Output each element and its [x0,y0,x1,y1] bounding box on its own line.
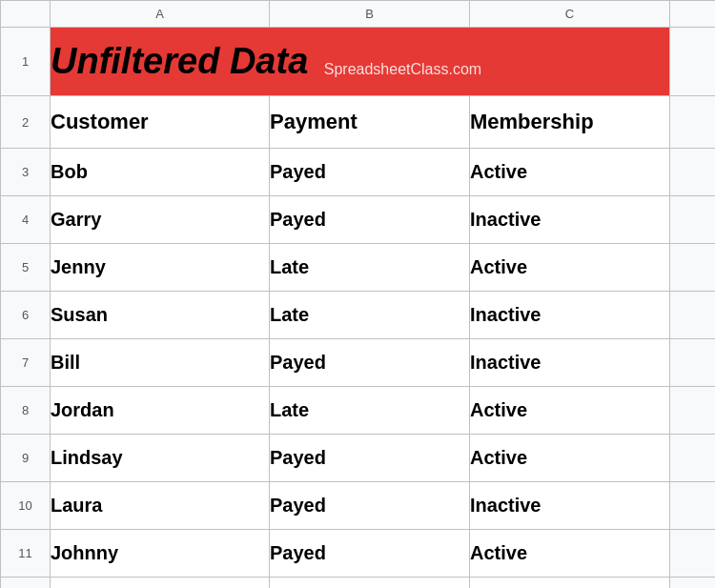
cell-c10: Inactive [470,482,670,530]
row-num-7: 7 [1,339,51,387]
cell-a11: Johnny [51,530,270,578]
cell-b12: Late [270,578,470,589]
row8-overflow [670,387,716,435]
cell-a5: Jenny [51,244,270,292]
row-num-12: 12 [1,578,51,589]
cell-c3: Active [470,149,670,196]
row-num-6: 6 [1,292,51,339]
title-cell: Unfiltered Data SpreadsheetClass.com [51,28,670,96]
cell-a4: Garry [51,196,270,244]
header-customer: Customer [51,96,270,149]
spreadsheet-table: A B C 1 Unfiltered Data SpreadsheetClass… [0,0,715,588]
cell-b7: Payed [270,339,470,387]
table-row: 5 Jenny Late Active [1,244,716,292]
row-num-1: 1 [1,28,51,96]
cell-c12: Inactive [470,578,670,589]
row10-overflow [670,482,716,530]
cell-a3: Bob [51,149,270,196]
cell-b8: Late [270,387,470,435]
watermark: SpreadsheetClass.com [313,61,481,77]
row5-overflow [670,244,716,292]
row-num-3: 3 [1,149,51,196]
cell-b10: Payed [270,482,470,530]
title-overflow [670,28,716,96]
header-overflow [670,96,716,149]
cell-c4: Inactive [470,196,670,244]
table-row: 7 Bill Payed Inactive [1,339,716,387]
col-letter-c: C [470,1,670,28]
row-num-8: 8 [1,387,51,435]
cell-b4: Payed [270,196,470,244]
row-num-5: 5 [1,244,51,292]
corner-cell [1,1,51,28]
cell-c5: Active [470,244,670,292]
cell-a12: Dominic [51,578,270,589]
cell-c8: Active [470,387,670,435]
cell-a6: Susan [51,292,270,339]
col-letter-a: A [51,1,270,28]
cell-c9: Active [470,435,670,482]
table-row: 11 Johnny Payed Active [1,530,716,578]
cell-c11: Active [470,530,670,578]
row-num-10: 10 [1,482,51,530]
row11-overflow [670,530,716,578]
column-letters-row: A B C [1,1,716,28]
cell-c7: Inactive [470,339,670,387]
cell-b5: Late [270,244,470,292]
row7-overflow [670,339,716,387]
row-num-2: 2 [1,96,51,149]
cell-c6: Inactive [470,292,670,339]
row9-overflow [670,435,716,482]
col-letter-b: B [270,1,470,28]
col-letter-d [670,1,716,28]
table-row: 3 Bob Payed Active [1,149,716,196]
row3-overflow [670,149,716,196]
table-row: 8 Jordan Late Active [1,387,716,435]
header-membership: Membership [470,96,670,149]
cell-a7: Bill [51,339,270,387]
table-row: 6 Susan Late Inactive [1,292,716,339]
cell-b6: Late [270,292,470,339]
spreadsheet-title: Unfiltered Data [51,41,308,81]
header-payment: Payment [270,96,470,149]
row6-overflow [670,292,716,339]
row-num-11: 11 [1,530,51,578]
table-row: 10 Laura Payed Inactive [1,482,716,530]
cell-a9: Lindsay [51,435,270,482]
table-row: 4 Garry Payed Inactive [1,196,716,244]
table-row: 9 Lindsay Payed Active [1,435,716,482]
cell-b3: Payed [270,149,470,196]
table-row: 12 Dominic Late Inactive [1,578,716,589]
row-num-9: 9 [1,435,51,482]
row12-overflow [670,578,716,589]
title-row: 1 Unfiltered Data SpreadsheetClass.com [1,28,716,96]
row-num-4: 4 [1,196,51,244]
cell-b9: Payed [270,435,470,482]
cell-b11: Payed [270,530,470,578]
col-headers-row: 2 Customer Payment Membership [1,96,716,149]
cell-a8: Jordan [51,387,270,435]
row4-overflow [670,196,716,244]
cell-a10: Laura [51,482,270,530]
